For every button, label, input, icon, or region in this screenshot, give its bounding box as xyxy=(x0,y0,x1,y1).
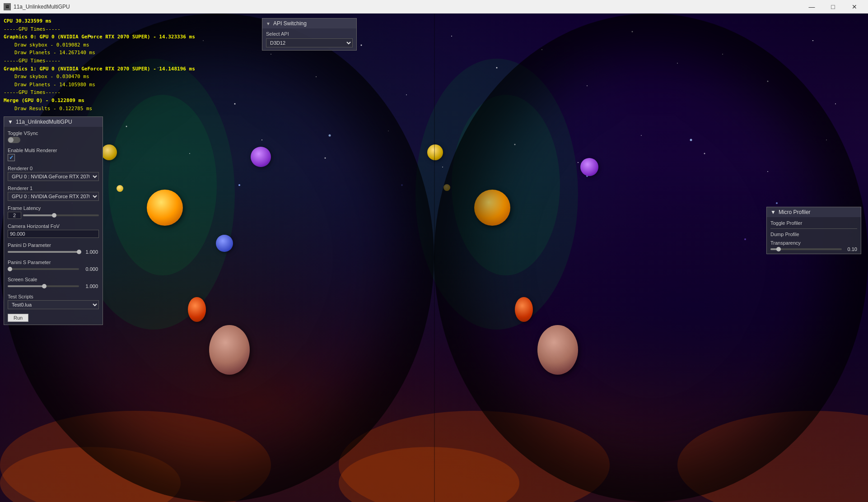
app-icon: 🖥 xyxy=(4,3,11,10)
panini-s-slider[interactable] xyxy=(8,268,79,270)
svg-point-27 xyxy=(835,103,836,104)
screen-scale-section: Screen Scale 1.000 xyxy=(4,273,103,290)
settings-panel-title: 11a_UnlinkedMultiGPU xyxy=(16,119,72,125)
vsync-toggle[interactable] xyxy=(8,137,20,143)
panini-s-section: Panini S Parameter 0.000 xyxy=(4,256,103,273)
run-button[interactable]: Run xyxy=(8,314,28,322)
renderer0-select[interactable]: GPU 0 : NVIDIA GeForce RTX 2070 SUPE xyxy=(8,172,99,181)
minimize-button[interactable]: — xyxy=(802,0,822,14)
frame-latency-slider[interactable] xyxy=(23,214,99,216)
planet-purple-right-top xyxy=(580,158,598,176)
svg-point-3 xyxy=(452,95,560,275)
transparency-slider[interactable] xyxy=(770,248,842,250)
planet-blue-left xyxy=(216,235,233,252)
svg-point-38 xyxy=(704,153,705,154)
svg-point-47 xyxy=(401,184,403,186)
renderer1-section: Renderer 1 GPU 0 : NVIDIA GeForce RTX 20… xyxy=(4,182,103,202)
screen-scale-thumb[interactable] xyxy=(42,284,47,288)
api-select-label: Select API xyxy=(266,31,353,37)
planet-orange-left xyxy=(147,190,183,226)
svg-point-17 xyxy=(406,94,407,95)
micro-panel-header[interactable]: ▼ Micro Profiler xyxy=(767,207,861,217)
screen-scale-slider[interactable] xyxy=(8,285,79,287)
api-select[interactable]: D3D12 Vulkan D3D11 xyxy=(266,38,353,47)
test-scripts-section: Test Scripts Test0.lua Test1.lua xyxy=(4,290,103,310)
settings-panel-arrow: ▼ xyxy=(8,119,13,125)
svg-point-33 xyxy=(388,130,389,131)
renderer1-label: Renderer 1 xyxy=(8,186,99,191)
planet-red-left xyxy=(188,297,206,322)
svg-point-39 xyxy=(767,171,768,172)
window-controls: — □ ✕ xyxy=(802,0,864,14)
panini-d-slider[interactable] xyxy=(8,251,79,253)
svg-point-14 xyxy=(271,54,271,55)
micro-panel-divider xyxy=(770,228,857,229)
camera-fov-input[interactable]: 90.000 xyxy=(8,230,99,238)
planet-purple-left xyxy=(251,147,271,167)
titlebar: 🖥 11a_UnlinkedMultiGPU — □ ✕ xyxy=(0,0,868,14)
svg-point-16 xyxy=(361,45,362,46)
micro-panel-title: Micro Profiler xyxy=(779,209,811,215)
svg-point-20 xyxy=(541,49,542,50)
svg-point-18 xyxy=(451,36,452,37)
toggle-profiler-item[interactable]: Toggle Profiler xyxy=(770,219,857,227)
multi-renderer-section: Enable Multi Renderer xyxy=(4,144,103,162)
svg-point-23 xyxy=(677,63,678,64)
screen-scale-label: Screen Scale xyxy=(8,277,99,282)
panini-s-label: Panini S Parameter xyxy=(8,260,99,265)
svg-point-25 xyxy=(767,81,769,82)
svg-point-35 xyxy=(514,144,516,145)
transparency-row: 0.10 xyxy=(770,246,857,252)
micro-panel-body: Toggle Profiler Dump Profile Transparenc… xyxy=(767,217,861,254)
svg-point-26 xyxy=(812,40,813,41)
settings-panel-header[interactable]: ▼ 11a_UnlinkedMultiGPU xyxy=(4,117,103,127)
planet-red-right xyxy=(515,297,533,322)
test-scripts-label: Test Scripts xyxy=(8,294,99,299)
panini-d-row: 1.000 xyxy=(8,249,99,255)
svg-point-22 xyxy=(632,31,633,33)
test-scripts-select[interactable]: Test0.lua Test1.lua xyxy=(8,300,99,309)
svg-point-42 xyxy=(329,135,331,137)
dump-profile-item[interactable]: Dump Profile xyxy=(770,230,857,238)
svg-point-31 xyxy=(261,139,262,140)
svg-point-34 xyxy=(442,167,443,167)
gpu0-planets: Draw Planets - 14.267140 ms xyxy=(4,49,195,57)
screen-scale-value: 1.000 xyxy=(81,283,99,289)
close-button[interactable]: ✕ xyxy=(844,0,864,14)
frame-latency-input[interactable]: 2 xyxy=(8,212,21,219)
api-panel-body: Select API D3D12 Vulkan D3D11 xyxy=(262,28,356,50)
api-switching-panel: ▼ API Switching Select API D3D12 Vulkan … xyxy=(262,18,357,51)
svg-point-29 xyxy=(126,126,127,127)
svg-point-36 xyxy=(578,162,579,163)
frame-latency-thumb[interactable] xyxy=(52,213,56,218)
gpu1-title: Graphics 1: GPU 0 (NVIDIA GeForce RTX 20… xyxy=(4,65,195,73)
maximize-button[interactable]: □ xyxy=(823,0,843,14)
camera-fov-label: Camera Horizontal FoV xyxy=(8,223,99,229)
multi-renderer-checkbox[interactable] xyxy=(8,154,15,161)
frame-latency-section: Frame Latency 2 xyxy=(4,202,103,220)
svg-point-21 xyxy=(587,85,588,86)
vsync-label: Toggle VSync xyxy=(8,130,99,136)
svg-point-1 xyxy=(108,95,217,275)
viewport: CPU 30.323599 ms -----GPU Times----- Gra… xyxy=(0,14,868,502)
frame-latency-row: 2 xyxy=(8,212,99,219)
planet-beige-right xyxy=(537,325,578,375)
transparency-thumb[interactable] xyxy=(776,247,781,251)
transparency-value: 0.10 xyxy=(844,246,857,252)
camera-fov-section: Camera Horizontal FoV 90.000 xyxy=(4,220,103,239)
frame-latency-label: Frame Latency xyxy=(8,205,99,211)
settings-panel: ▼ 11a_UnlinkedMultiGPU Toggle VSync Enab… xyxy=(4,116,103,325)
gpu-header2: -----GPU Times----- xyxy=(4,57,195,65)
panini-s-thumb[interactable] xyxy=(8,267,12,271)
hud-stats: CPU 30.323599 ms -----GPU Times----- Gra… xyxy=(4,17,195,112)
gpu0-title: Graphics 0: GPU 0 (NVIDIA GeForce RTX 20… xyxy=(4,33,195,41)
api-panel-header[interactable]: ▼ API Switching xyxy=(262,19,356,28)
svg-point-41 xyxy=(238,184,240,186)
vsync-toggle-knob xyxy=(8,137,14,143)
renderer0-section: Renderer 0 GPU 0 : NVIDIA GeForce RTX 20… xyxy=(4,162,103,182)
gpu0-skybox: Draw skybox - 0.019082 ms xyxy=(4,41,195,49)
svg-point-37 xyxy=(641,135,642,136)
merge-title: Merge (GPU 0) - 0.122809 ms xyxy=(4,97,195,105)
renderer1-select[interactable]: GPU 0 : NVIDIA GeForce RTX 2070 SUPE xyxy=(8,192,99,201)
panini-d-fill xyxy=(8,251,79,253)
